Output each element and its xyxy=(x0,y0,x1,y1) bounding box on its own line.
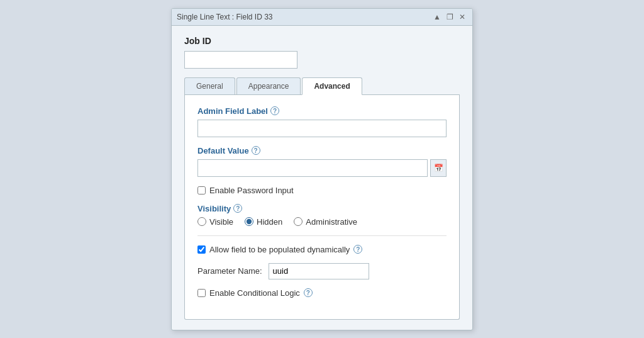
field-name-input[interactable] xyxy=(184,51,297,69)
tab-content-advanced: Admin Field Label ? Default Value ? 📅 En… xyxy=(184,95,460,320)
field-name-label: Job ID xyxy=(184,36,460,46)
visibility-visible-radio[interactable] xyxy=(197,217,206,226)
tab-advanced[interactable]: Advanced xyxy=(302,77,362,95)
visibility-visible[interactable]: Visible xyxy=(197,217,233,227)
default-value-help-icon[interactable]: ? xyxy=(252,146,260,155)
dynamic-population-row: Allow field to be populated dynamically … xyxy=(197,245,447,254)
dialog-title: Single Line Text : Field ID 33 xyxy=(177,13,273,21)
default-value-input[interactable] xyxy=(197,159,428,177)
parameter-name-row: Parameter Name: xyxy=(197,263,447,279)
visibility-help-icon[interactable]: ? xyxy=(233,204,242,213)
parameter-name-input[interactable] xyxy=(269,263,369,279)
restore-icon[interactable]: ❐ xyxy=(445,12,455,22)
conditional-logic-checkbox[interactable] xyxy=(197,289,206,297)
dialog-body: Job ID General Appearance Advanced Admin… xyxy=(172,26,472,330)
calendar-button[interactable]: 📅 xyxy=(430,159,447,177)
visibility-hidden[interactable]: Hidden xyxy=(245,217,282,227)
admin-field-label-heading: Admin Field Label ? xyxy=(197,106,447,116)
dynamic-population-help-icon[interactable]: ? xyxy=(353,245,362,254)
dynamic-population-checkbox[interactable] xyxy=(197,245,206,254)
conditional-logic-row: Enable Conditional Logic ? xyxy=(197,288,447,298)
minimize-icon[interactable]: ▲ xyxy=(432,12,442,22)
admin-field-label-input[interactable] xyxy=(197,120,447,137)
conditional-logic-help-icon[interactable]: ? xyxy=(304,288,313,297)
visibility-administrative[interactable]: Administrative xyxy=(294,217,357,227)
parameter-name-label: Parameter Name: xyxy=(197,266,262,276)
visibility-radio-group: Visible Hidden Administrative xyxy=(197,217,447,227)
admin-field-label-help-icon[interactable]: ? xyxy=(270,106,279,115)
enable-password-row: Enable Password Input xyxy=(197,186,447,195)
divider xyxy=(197,235,447,236)
default-value-heading: Default Value ? xyxy=(197,146,447,155)
enable-password-label: Enable Password Input xyxy=(209,186,294,195)
tab-bar: General Appearance Advanced xyxy=(184,77,460,95)
tab-appearance[interactable]: Appearance xyxy=(236,77,301,94)
visibility-hidden-radio[interactable] xyxy=(245,217,253,226)
default-value-row: 📅 xyxy=(197,159,447,177)
titlebar-icons: ▲ ❐ ✕ xyxy=(432,12,467,22)
conditional-logic-label: Enable Conditional Logic xyxy=(209,288,300,298)
dialog-titlebar: Single Line Text : Field ID 33 ▲ ❐ ✕ xyxy=(172,9,472,26)
visibility-heading: Visibility ? xyxy=(197,204,447,213)
dynamic-population-label: Allow field to be populated dynamically xyxy=(209,245,350,254)
enable-password-checkbox[interactable] xyxy=(197,186,206,194)
dialog-window: Single Line Text : Field ID 33 ▲ ❐ ✕ Job… xyxy=(171,8,473,330)
close-icon[interactable]: ✕ xyxy=(457,12,467,22)
tab-general[interactable]: General xyxy=(184,77,235,94)
visibility-administrative-radio[interactable] xyxy=(294,217,303,226)
